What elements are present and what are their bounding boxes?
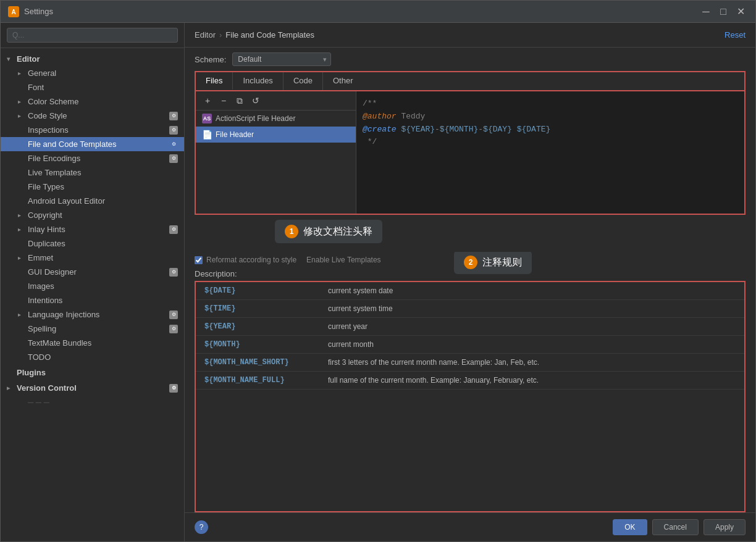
sidebar-item-more[interactable]: ─ ─ ─ xyxy=(1,395,184,409)
breadcrumb-parent: Editor xyxy=(195,30,216,40)
breadcrumb: Editor › File and Code Templates xyxy=(195,30,314,40)
sidebar-item-live-templates[interactable]: Live Templates xyxy=(1,165,184,180)
scheme-select[interactable]: Default Project xyxy=(232,52,331,66)
sidebar-item-duplicates[interactable]: Duplicates xyxy=(1,236,184,251)
description-table-wrap: ${DATE}current system date${TIME}current… xyxy=(195,281,746,512)
sidebar-item-font[interactable]: Font xyxy=(1,80,184,94)
sidebar-item-todo[interactable]: TODO xyxy=(1,350,184,364)
sidebar: Editor General Font Color Scheme Code St… xyxy=(1,23,185,541)
copy-template-button[interactable]: ⧉ xyxy=(233,94,246,107)
sidebar-item-images[interactable]: Images xyxy=(1,279,184,293)
search-input[interactable] xyxy=(7,28,178,43)
sidebar-label-duplicates: Duplicates xyxy=(28,239,65,248)
reformat-checkbox[interactable] xyxy=(195,256,203,264)
sidebar-item-intentions[interactable]: Intentions xyxy=(1,293,184,307)
table-row: ${MONTH}current month xyxy=(196,336,744,354)
callout2-number: 2 xyxy=(464,256,477,269)
sidebar-item-plugins[interactable]: Plugins xyxy=(1,364,184,380)
table-row: ${MONTH_NAME_SHORT}first 3 letters of th… xyxy=(196,354,744,372)
sidebar-label-gui-designer: GUI Designer xyxy=(28,267,77,277)
var-cell: ${TIME} xyxy=(196,300,319,318)
badge-vc: ⚙ xyxy=(169,384,178,393)
sidebar-item-gui-designer[interactable]: GUI Designer ⚙ xyxy=(1,265,184,279)
badge-spelling: ⚙ xyxy=(169,325,178,333)
desc-cell: current year xyxy=(319,318,744,336)
template-item-file-header[interactable]: 📄 File Header xyxy=(196,127,356,143)
sidebar-item-emmet[interactable]: Emmet xyxy=(1,251,184,265)
add-template-button[interactable]: + xyxy=(201,94,214,107)
sidebar-tree: Editor General Font Color Scheme Code St… xyxy=(1,48,184,541)
code-year-var: ${YEAR} xyxy=(401,125,435,134)
sidebar-label-lang-injections: Language Injections xyxy=(28,310,99,319)
sidebar-item-inlay-hints[interactable]: Inlay Hints ⚙ xyxy=(1,222,184,236)
tab-files[interactable]: Files xyxy=(196,72,233,90)
scheme-select-wrap: Default Project xyxy=(232,52,331,66)
badge-code-style: ⚙ xyxy=(169,112,178,120)
apply-button[interactable]: Apply xyxy=(704,519,746,535)
help-button[interactable]: ? xyxy=(195,520,208,534)
reset-button[interactable]: Reset xyxy=(724,30,746,40)
desc-cell: current system date xyxy=(319,282,744,300)
sidebar-item-general[interactable]: General xyxy=(1,66,184,80)
sidebar-item-android-layout[interactable]: Android Layout Editor xyxy=(1,194,184,208)
close-button[interactable]: ✕ xyxy=(733,4,748,19)
description-section: Description: ${DATE}current system date$… xyxy=(195,268,746,512)
sidebar-item-spelling[interactable]: Spelling ⚙ xyxy=(1,322,184,336)
sidebar-label-editor: Editor xyxy=(17,54,40,64)
sidebar-label-inspections: Inspections xyxy=(28,125,69,135)
callout1-number: 1 xyxy=(285,225,298,238)
code-line-2: @author Teddy xyxy=(363,110,738,123)
sidebar-item-file-types[interactable]: File Types xyxy=(1,180,184,194)
maximize-button[interactable]: □ xyxy=(716,4,731,19)
expand-arrow-emmet xyxy=(18,254,25,261)
callout2-text: 注释规则 xyxy=(482,256,522,269)
cancel-button[interactable]: Cancel xyxy=(652,519,699,535)
var-cell: ${MONTH_NAME_FULL} xyxy=(196,372,319,390)
code-date-var: ${DATE} xyxy=(517,125,551,134)
expand-arrow-li xyxy=(18,311,25,318)
expand-arrow-color-scheme xyxy=(18,98,25,105)
callout1-area: 1 修改文档注头释 xyxy=(195,215,746,252)
code-author-tag: @author xyxy=(363,112,397,121)
sidebar-item-lang-injections[interactable]: Language Injections ⚙ xyxy=(1,307,184,322)
callout1-bubble: 1 修改文档注头释 xyxy=(275,220,382,243)
table-row: ${YEAR}current year xyxy=(196,318,744,336)
sidebar-item-code-style[interactable]: Code Style ⚙ xyxy=(1,109,184,123)
expand-arrow-copyright xyxy=(18,212,25,219)
minimize-button[interactable]: ─ xyxy=(699,4,713,19)
tab-other[interactable]: Other xyxy=(323,72,363,90)
var-cell: ${MONTH} xyxy=(196,336,319,354)
breadcrumb-separator: › xyxy=(219,30,222,40)
reformat-label: Reformat according to style xyxy=(206,256,296,264)
table-row: ${MONTH_NAME_FULL}full name of the curre… xyxy=(196,372,744,390)
sidebar-item-editor[interactable]: Editor xyxy=(1,51,184,66)
template-label-file-header: File Header xyxy=(216,130,254,139)
reset-template-button[interactable]: ↺ xyxy=(249,94,262,107)
template-item-actionscript[interactable]: AS ActionScript File Header xyxy=(196,110,356,127)
tab-includes[interactable]: Includes xyxy=(233,72,283,90)
remove-template-button[interactable]: − xyxy=(217,94,230,107)
bottom-section: Reformat according to style Enable Live … xyxy=(195,252,746,512)
template-label-actionscript: ActionScript File Header xyxy=(216,114,295,123)
sidebar-item-file-encodings[interactable]: File Encodings ⚙ xyxy=(1,151,184,165)
sidebar-item-textmate[interactable]: TextMate Bundles xyxy=(1,336,184,350)
table-row: ${DATE}current system date xyxy=(196,282,744,300)
sidebar-label-plugins: Plugins xyxy=(17,368,46,377)
sidebar-label-inlay-hints: Inlay Hints xyxy=(28,225,65,234)
sidebar-item-file-code-templates[interactable]: File and Code Templates ⚙ xyxy=(1,137,184,151)
sidebar-label-version-control: Version Control xyxy=(17,383,77,393)
footer: ? OK Cancel Apply xyxy=(185,512,755,541)
actionscript-icon: AS xyxy=(202,114,212,123)
var-cell: ${DATE} xyxy=(196,282,319,300)
content-header: Editor › File and Code Templates Reset xyxy=(185,23,755,48)
sidebar-item-inspections[interactable]: Inspections ⚙ xyxy=(1,123,184,137)
desc-cell: full name of the current month. Example:… xyxy=(319,372,744,390)
tab-code[interactable]: Code xyxy=(284,72,323,90)
breadcrumb-current: File and Code Templates xyxy=(225,30,314,40)
ok-button[interactable]: OK xyxy=(613,519,647,535)
template-editor-panel[interactable]: /** @author Teddy @create ${YEAR}-${MONT… xyxy=(356,91,744,214)
titlebar-controls: ─ □ ✕ xyxy=(699,4,748,19)
sidebar-item-color-scheme[interactable]: Color Scheme xyxy=(1,94,184,109)
sidebar-item-version-control[interactable]: Version Control ⚙ xyxy=(1,380,184,395)
sidebar-item-copyright[interactable]: Copyright xyxy=(1,208,184,222)
